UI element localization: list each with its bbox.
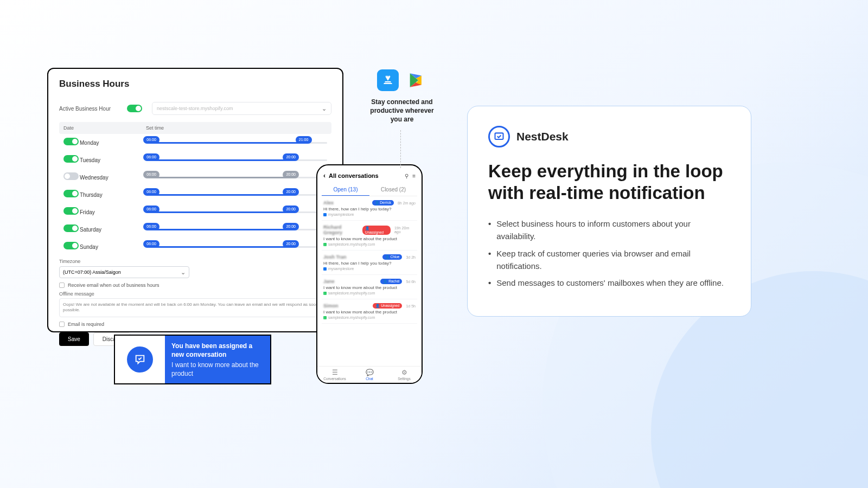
active-business-hour-label: Active Business Hour [59, 106, 127, 112]
conv-time: 8h 2m ago [398, 201, 416, 205]
day-toggle[interactable] [63, 190, 79, 197]
slider-start[interactable]: 06:00 [143, 188, 159, 196]
slider-end[interactable]: 20:00 [283, 188, 299, 196]
conv-preview: I want to know more about the product [323, 236, 416, 241]
day-toggle[interactable] [63, 242, 79, 249]
receive-email-checkbox[interactable] [59, 282, 65, 288]
playstore-icon[interactable] [405, 69, 427, 91]
offline-message-label: Offline message [59, 291, 331, 297]
tab-closed[interactable]: Closed (2) [369, 184, 417, 196]
conversation-item[interactable]: Alex👤 Derrick8h 2m ago Hi there, how can… [322, 196, 417, 221]
appstore-icon[interactable] [377, 69, 399, 91]
time-slider[interactable]: 06:00 21:00 [146, 139, 327, 146]
email-required-checkbox[interactable] [59, 322, 65, 327]
source-name: samplestore.myshopify.com [328, 291, 375, 295]
table-header: Date Set time [59, 122, 331, 134]
offline-message-input[interactable]: Oops! We are not available at the moment… [59, 298, 331, 317]
store-badges: Stay connected and productive wherever y… [367, 69, 437, 124]
day-toggle[interactable] [63, 172, 79, 180]
time-slider[interactable]: 06:00 20:00 [146, 208, 327, 216]
source-name: samplestore.myshopify.com [328, 242, 375, 246]
time-slider[interactable]: 06:00 20:00 [146, 243, 327, 251]
time-slider[interactable]: 06:00 20:00 [146, 174, 327, 181]
back-icon[interactable]: ‹ [323, 172, 326, 179]
filter-icon[interactable]: ⚲ [405, 173, 409, 179]
source-name: samplestore.myshopify.com [328, 316, 375, 319]
day-toggle[interactable] [63, 155, 79, 163]
source-icon [323, 292, 327, 295]
conversation-item[interactable]: Richard Gregory👤 Unassigned19h 20m ago I… [322, 221, 417, 251]
conv-name: Jane [323, 279, 335, 284]
time-slider[interactable]: 06:00 20:00 [146, 226, 327, 233]
day-name: Monday [80, 140, 146, 146]
feature-bullet: Keep track of customer queries via brows… [488, 247, 730, 273]
conversation-item[interactable]: Simon👤 Unassigned1d 5h I want to know mo… [322, 299, 417, 324]
conv-preview: I want to know more about the product [323, 285, 416, 290]
business-hours-window: Business Hours Active Business Hour nest… [47, 68, 343, 332]
sort-icon[interactable]: ≡ [412, 173, 416, 179]
headline: Keep everything in the loop with real-ti… [488, 160, 730, 203]
receive-email-label: Receive email when out of business hours [68, 282, 159, 288]
day-toggle[interactable] [63, 138, 79, 145]
page-title: Business Hours [59, 79, 331, 89]
active-business-hour-toggle[interactable] [127, 105, 142, 112]
day-toggle[interactable] [63, 207, 79, 215]
chat-icon: 💬 [352, 369, 387, 376]
slider-start[interactable]: 06:00 [143, 240, 159, 248]
feature-card: NestDesk Keep everything in the loop wit… [467, 106, 751, 317]
slider-end[interactable]: 21:00 [296, 136, 312, 144]
brand-name: NestDesk [516, 130, 569, 143]
nav-conversations[interactable]: ☰Conversations [317, 367, 352, 383]
day-toggle[interactable] [63, 224, 79, 232]
time-slider[interactable]: 06:00 20:00 [146, 156, 327, 164]
conversation-item[interactable]: Josh Tran👤 Chloe3d 2h Hi there, how can … [322, 251, 417, 275]
day-row: Monday 06:00 21:00 [59, 134, 331, 151]
conv-preview: Hi there, how can I help you today? [323, 261, 416, 266]
conv-name: Simon [323, 303, 339, 309]
tab-open[interactable]: Open (13) [322, 184, 369, 196]
nav-settings[interactable]: ⚙Settings [387, 367, 422, 383]
slider-end[interactable]: 20:00 [283, 206, 299, 213]
feature-bullet: Send messages to customers' mailboxes wh… [488, 277, 730, 289]
save-button[interactable]: Save [59, 332, 89, 346]
store-caption: Stay connected and productive wherever y… [367, 98, 437, 124]
timezone-label: Timezone [59, 259, 331, 264]
conversation-item[interactable]: Jane👤 Rachel5d 6h I want to know more ab… [322, 275, 417, 299]
notification-toast[interactable]: You have been assigned a new conversatio… [114, 335, 271, 384]
slider-end[interactable]: 20:00 [283, 240, 299, 248]
day-name: Thursday [80, 192, 146, 198]
col-date: Date [63, 125, 146, 131]
day-name: Saturday [80, 227, 146, 233]
timezone-select[interactable]: (UTC+07:00) Assia/Saigon ⌄ [59, 266, 189, 278]
assigned-badge: 👤 Chloe [382, 254, 403, 260]
conv-preview: I want to know more about the product [323, 310, 416, 314]
conv-time: 5d 6h [406, 280, 416, 284]
feature-bullet: Select business hours to inform customer… [488, 217, 730, 243]
svg-rect-0 [495, 133, 503, 139]
chevron-down-icon: ⌄ [181, 269, 186, 276]
slider-start[interactable]: 06:00 [143, 171, 159, 178]
slider-start[interactable]: 06:00 [143, 223, 159, 230]
nav-chat[interactable]: 💬Chat [352, 367, 387, 383]
slider-end[interactable]: 20:00 [283, 171, 299, 178]
list-icon: ☰ [317, 369, 352, 376]
conv-time: 3d 2h [406, 255, 416, 259]
slider-start[interactable]: 06:00 [143, 136, 159, 144]
assigned-badge: 👤 Derrick [372, 200, 394, 206]
source-icon [323, 243, 327, 246]
store-select[interactable]: nestscale-test-store.myshopify.com ⌄ [152, 102, 331, 115]
conv-time: 1d 5h [406, 304, 416, 308]
day-name: Sunday [80, 244, 146, 250]
source-icon [323, 267, 327, 271]
chevron-down-icon: ⌄ [322, 105, 327, 112]
slider-start[interactable]: 06:00 [143, 153, 159, 161]
toast-icon-wrap [115, 336, 165, 383]
conv-name: Richard Gregory [323, 224, 360, 235]
slider-end[interactable]: 20:00 [283, 153, 299, 161]
time-slider[interactable]: 06:00 20:00 [146, 191, 327, 198]
slider-end[interactable]: 20:00 [283, 223, 299, 230]
day-row: Thursday 06:00 20:00 [59, 186, 331, 203]
gear-icon: ⚙ [387, 369, 422, 376]
slider-start[interactable]: 06:00 [143, 206, 159, 213]
nestdesk-logo-icon [488, 126, 510, 147]
